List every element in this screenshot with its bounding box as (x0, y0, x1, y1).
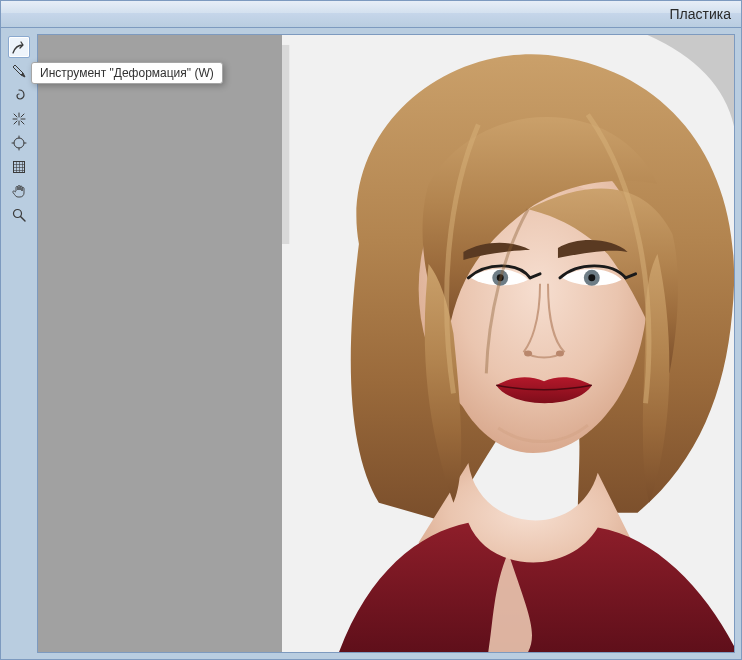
twirl-icon (11, 87, 27, 103)
freeze-mask-icon (11, 159, 27, 175)
titlebar[interactable]: Пластика (1, 1, 741, 28)
tooltip-text: Инструмент "Деформация" (W) (40, 66, 214, 80)
svg-rect-1 (14, 162, 25, 173)
svg-point-10 (524, 350, 532, 356)
svg-point-9 (588, 274, 595, 281)
svg-rect-4 (282, 45, 289, 244)
tool-hand[interactable] (8, 180, 30, 202)
svg-point-0 (14, 138, 24, 148)
reconstruct-icon (11, 63, 27, 79)
window-title: Пластика (670, 6, 731, 22)
hand-icon (11, 183, 27, 199)
bloat-icon (11, 135, 27, 151)
svg-point-11 (556, 350, 564, 356)
forward-warp-icon (11, 39, 27, 55)
toolbar: Инструмент "Деформация" (W) (7, 34, 31, 653)
liquify-window: Пластика (0, 0, 742, 660)
workspace: Инструмент "Деформация" (W) (1, 28, 741, 659)
tool-zoom[interactable] (8, 204, 30, 226)
zoom-icon (11, 207, 27, 223)
tool-forward-warp[interactable] (8, 36, 30, 58)
tooltip: Инструмент "Деформация" (W) (31, 62, 223, 84)
tool-twirl[interactable] (8, 84, 30, 106)
pucker-icon (11, 111, 27, 127)
tool-reconstruct[interactable] (8, 60, 30, 82)
image-document[interactable] (282, 35, 734, 652)
canvas-area[interactable] (37, 34, 735, 653)
tool-freeze-mask[interactable] (8, 156, 30, 178)
tool-bloat[interactable] (8, 132, 30, 154)
tool-pucker[interactable] (8, 108, 30, 130)
